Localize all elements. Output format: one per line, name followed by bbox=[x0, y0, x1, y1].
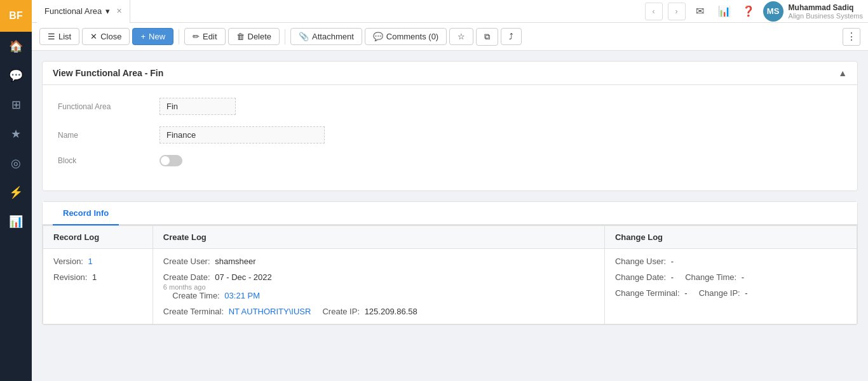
user-name: Muhammad Sadiq bbox=[789, 3, 863, 12]
new-label: New bbox=[149, 32, 165, 41]
delete-button[interactable]: 🗑 Delete bbox=[228, 28, 280, 45]
change-user-value: - bbox=[671, 257, 674, 266]
card-header: View Functional Area - Fin ▲ bbox=[43, 62, 857, 85]
sidebar-activity-icon[interactable]: ⚡ bbox=[0, 178, 32, 207]
sidebar-circle-icon[interactable]: ◎ bbox=[0, 149, 32, 178]
avatar[interactable]: MS bbox=[763, 1, 783, 22]
functional-area-field: Fin bbox=[159, 98, 236, 115]
name-field: Finance bbox=[159, 126, 325, 144]
create-user-value: shamsheer bbox=[215, 257, 255, 266]
create-log-cell: Create User: shamsheer Create Date: 07 -… bbox=[153, 249, 604, 324]
create-terminal-label: Create Terminal: bbox=[163, 307, 224, 316]
delete-label: Delete bbox=[248, 32, 272, 41]
separator-2 bbox=[285, 29, 285, 44]
create-time-value: 03:21 PM bbox=[224, 291, 260, 300]
email-icon[interactable]: ✉ bbox=[691, 2, 710, 21]
more-options-button[interactable]: ⋮ bbox=[843, 28, 860, 46]
collapse-button[interactable]: ▲ bbox=[838, 68, 847, 78]
create-terminal-value: NT AUTHORITY\IUSR bbox=[229, 307, 311, 316]
record-log-cell: Version: 1 Revision: 1 bbox=[43, 249, 153, 324]
nav-prev-button[interactable]: ‹ bbox=[645, 3, 663, 20]
share-button[interactable]: ⤴ bbox=[501, 28, 522, 45]
active-tab[interactable]: Functional Area ▾ ✕ bbox=[37, 0, 130, 23]
close-button[interactable]: ✕ Close bbox=[82, 28, 130, 45]
block-toggle[interactable] bbox=[159, 155, 182, 166]
create-date-value: 07 - Dec - 2022 6 months ago bbox=[163, 272, 594, 291]
content: View Functional Area - Fin ▲ Functional … bbox=[32, 51, 868, 381]
record-info-card: Record Info Record Log Create Log Change… bbox=[42, 201, 858, 325]
change-time-value: - bbox=[742, 272, 744, 282]
close-icon: ✕ bbox=[90, 32, 97, 41]
attachment-label: Attachment bbox=[312, 32, 354, 41]
tab-record-info-label: Record Info bbox=[63, 208, 109, 218]
functional-area-label: Functional Area bbox=[58, 102, 159, 111]
attachment-button[interactable]: 📎 Attachment bbox=[290, 28, 362, 45]
create-date-label: Create Date: bbox=[163, 272, 210, 282]
name-label: Name bbox=[58, 131, 159, 140]
sidebar-star-icon[interactable]: ★ bbox=[0, 119, 32, 149]
card-title: View Functional Area - Fin bbox=[53, 68, 163, 78]
revision-label: Revision: bbox=[53, 272, 87, 282]
help-icon[interactable]: ❓ bbox=[739, 2, 758, 21]
form-card: View Functional Area - Fin ▲ Functional … bbox=[42, 61, 858, 191]
change-terminal-value: - bbox=[684, 288, 687, 298]
create-user-row: Create User: shamsheer bbox=[163, 257, 594, 266]
block-label: Block bbox=[58, 156, 159, 165]
sidebar-chart-icon[interactable]: 📊 bbox=[0, 207, 32, 236]
sidebar-chat-icon[interactable]: 💬 bbox=[0, 61, 32, 90]
list-button[interactable]: ☰ List bbox=[39, 28, 79, 45]
create-date-sub: 6 months ago bbox=[163, 283, 594, 291]
sidebar-apps-icon[interactable]: ⊞ bbox=[0, 90, 32, 119]
name-row: Name Finance bbox=[58, 126, 842, 144]
version-row: Version: 1 bbox=[53, 257, 142, 266]
list-icon: ☰ bbox=[48, 32, 55, 41]
revision-row: Revision: 1 bbox=[53, 272, 142, 282]
create-ip-value: 125.209.86.58 bbox=[365, 307, 417, 316]
create-ip-label: Create IP: bbox=[322, 307, 360, 316]
record-table: Record Log Create Log Change Log Version… bbox=[43, 225, 857, 324]
change-terminal-label: Change Terminal: bbox=[615, 288, 680, 298]
create-terminal-row: Create Terminal: NT AUTHORITY\IUSR Creat… bbox=[163, 307, 594, 316]
sidebar: BF 🏠 💬 ⊞ ★ ◎ ⚡ 📊 bbox=[0, 0, 32, 381]
toggle-knob bbox=[161, 156, 170, 165]
tab-dropdown-icon[interactable]: ▾ bbox=[105, 6, 110, 16]
change-user-label: Change User: bbox=[615, 257, 666, 266]
change-date-value: - bbox=[671, 272, 674, 282]
change-time-label: Change Time: bbox=[685, 272, 736, 282]
block-row: Block bbox=[58, 155, 842, 166]
functional-area-row: Functional Area Fin bbox=[58, 98, 842, 115]
edit-button[interactable]: ✏ Edit bbox=[184, 28, 225, 45]
change-log-cell: Change User: - Change Date: - Change Tim… bbox=[604, 249, 857, 324]
create-log-header: Create Log bbox=[153, 226, 604, 249]
table-row: Version: 1 Revision: 1 bbox=[43, 249, 857, 324]
comments-icon: 💬 bbox=[373, 32, 383, 41]
topbar-nav: ‹ › ✉ 📊 ❓ MS Muhammad Sadiq Align Busine… bbox=[645, 1, 863, 22]
card-body: Functional Area Fin Name Finance Block bbox=[43, 85, 857, 190]
separator-1 bbox=[179, 29, 179, 44]
main-area: Functional Area ▾ ✕ ‹ › ✉ 📊 ❓ MS Muhamma… bbox=[32, 0, 868, 381]
edit-label: Edit bbox=[203, 32, 217, 41]
create-user-label: Create User: bbox=[163, 257, 210, 266]
sidebar-home-icon[interactable]: 🏠 bbox=[0, 32, 32, 61]
comments-button[interactable]: 💬 Comments (0) bbox=[365, 28, 447, 45]
version-value[interactable]: 1 bbox=[88, 257, 93, 266]
tab-close-icon[interactable]: ✕ bbox=[116, 7, 122, 15]
toolbar: ☰ List ✕ Close + New ✏ Edit 🗑 Delete 📎 A… bbox=[32, 23, 868, 51]
star-button[interactable]: ☆ bbox=[449, 28, 473, 45]
toolbar-right: ⋮ bbox=[843, 28, 860, 46]
edit-icon: ✏ bbox=[193, 32, 200, 41]
tab-title: Functional Area bbox=[44, 6, 102, 16]
nav-next-button[interactable]: › bbox=[668, 3, 686, 20]
change-date-label: Change Date: bbox=[615, 272, 666, 282]
attachment-icon: 📎 bbox=[299, 32, 309, 41]
tab-record-info[interactable]: Record Info bbox=[53, 202, 119, 225]
change-date-row: Change Date: - Change Time: - bbox=[615, 272, 846, 282]
new-icon: + bbox=[140, 32, 146, 41]
new-button[interactable]: + New bbox=[132, 28, 173, 45]
copy-button[interactable]: ⧉ bbox=[476, 28, 498, 46]
change-log-header: Change Log bbox=[604, 226, 857, 249]
list-label: List bbox=[58, 32, 71, 41]
create-time-label: Create Time: bbox=[172, 291, 219, 300]
chart-icon[interactable]: 📊 bbox=[715, 2, 734, 21]
star-icon: ☆ bbox=[458, 32, 465, 41]
